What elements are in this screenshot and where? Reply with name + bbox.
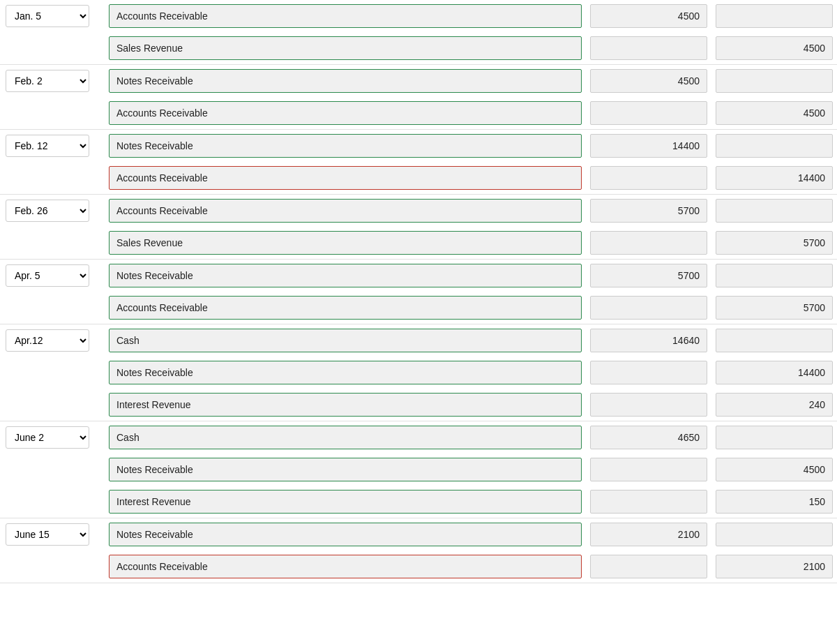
- account-input[interactable]: [109, 426, 582, 449]
- date-select[interactable]: Jan. 5Feb. 2Feb. 12Feb. 26Apr. 5Apr.12Ju…: [6, 426, 89, 449]
- debit-input[interactable]: [590, 296, 707, 320]
- debit-input[interactable]: [590, 36, 707, 60]
- debit-input[interactable]: [590, 166, 707, 190]
- account-cell: [105, 390, 586, 419]
- date-cell: Jan. 5Feb. 2Feb. 12Feb. 26Apr. 5Apr.12Ju…: [0, 519, 105, 550]
- credit-input[interactable]: [716, 393, 833, 417]
- date-select[interactable]: Jan. 5Feb. 2Feb. 12Feb. 26Apr. 5Apr.12Ju…: [6, 70, 89, 92]
- credit-input[interactable]: [716, 458, 833, 481]
- credit-input[interactable]: [716, 231, 833, 255]
- debit-input[interactable]: [590, 101, 707, 125]
- account-cell: [105, 196, 586, 225]
- date-select[interactable]: Jan. 5Feb. 2Feb. 12Feb. 26Apr. 5Apr.12Ju…: [6, 264, 89, 287]
- debit-input[interactable]: [590, 490, 707, 514]
- credit-input[interactable]: [716, 199, 833, 223]
- debit-input[interactable]: [590, 555, 707, 578]
- debit-cell: [586, 423, 711, 452]
- account-input[interactable]: [109, 36, 582, 60]
- credit-input[interactable]: [716, 4, 833, 28]
- debit-input[interactable]: [590, 458, 707, 481]
- credit-input[interactable]: [716, 36, 833, 60]
- debit-cell: [586, 196, 711, 225]
- credit-cell: [711, 326, 837, 355]
- account-input[interactable]: [109, 199, 582, 223]
- account-input[interactable]: [109, 555, 582, 578]
- account-input[interactable]: [109, 166, 582, 190]
- debit-input[interactable]: [590, 523, 707, 546]
- date-select[interactable]: Jan. 5Feb. 2Feb. 12Feb. 26Apr. 5Apr.12Ju…: [6, 329, 89, 352]
- journal-line-row: Jan. 5Feb. 2Feb. 12Feb. 26Apr. 5Apr.12Ju…: [0, 518, 837, 551]
- account-cell: [105, 423, 586, 452]
- journal-line-row: [0, 486, 837, 518]
- credit-cell: [711, 66, 837, 96]
- date-cell: Jan. 5Feb. 2Feb. 12Feb. 26Apr. 5Apr.12Ju…: [0, 66, 105, 96]
- debit-input[interactable]: [590, 69, 707, 93]
- account-cell: [105, 487, 586, 516]
- debit-input[interactable]: [590, 264, 707, 287]
- debit-input[interactable]: [590, 393, 707, 417]
- account-input[interactable]: [109, 329, 582, 352]
- date-select[interactable]: Jan. 5Feb. 2Feb. 12Feb. 26Apr. 5Apr.12Ju…: [6, 5, 89, 27]
- credit-input[interactable]: [716, 69, 833, 93]
- entry-group: Jan. 5Feb. 2Feb. 12Feb. 26Apr. 5Apr.12Ju…: [0, 518, 837, 583]
- date-select[interactable]: Jan. 5Feb. 2Feb. 12Feb. 26Apr. 5Apr.12Ju…: [6, 200, 89, 222]
- credit-input[interactable]: [716, 523, 833, 546]
- credit-input[interactable]: [716, 555, 833, 578]
- credit-cell: [711, 196, 837, 225]
- account-input[interactable]: [109, 134, 582, 158]
- credit-cell: [711, 163, 837, 193]
- debit-input[interactable]: [590, 231, 707, 255]
- date-select[interactable]: Jan. 5Feb. 2Feb. 12Feb. 26Apr. 5Apr.12Ju…: [6, 135, 89, 157]
- account-cell: [105, 326, 586, 355]
- account-input[interactable]: [109, 264, 582, 287]
- date-select[interactable]: Jan. 5Feb. 2Feb. 12Feb. 26Apr. 5Apr.12Ju…: [6, 523, 89, 546]
- debit-input[interactable]: [590, 361, 707, 384]
- date-cell: [0, 465, 105, 474]
- account-input[interactable]: [109, 393, 582, 417]
- debit-cell: [586, 326, 711, 355]
- journal-line-row: Jan. 5Feb. 2Feb. 12Feb. 26Apr. 5Apr.12Ju…: [0, 260, 837, 292]
- entry-group: Jan. 5Feb. 2Feb. 12Feb. 26Apr. 5Apr.12Ju…: [0, 421, 837, 518]
- account-input[interactable]: [109, 490, 582, 514]
- account-cell: [105, 1, 586, 31]
- account-cell: [105, 228, 586, 257]
- date-cell: Jan. 5Feb. 2Feb. 12Feb. 26Apr. 5Apr.12Ju…: [0, 195, 105, 226]
- date-cell: [0, 497, 105, 506]
- entry-group: Jan. 5Feb. 2Feb. 12Feb. 26Apr. 5Apr.12Ju…: [0, 0, 837, 65]
- debit-cell: [586, 552, 711, 581]
- credit-input[interactable]: [716, 134, 833, 158]
- account-input[interactable]: [109, 361, 582, 384]
- credit-input[interactable]: [716, 166, 833, 190]
- debit-cell: [586, 131, 711, 160]
- journal-line-row: Jan. 5Feb. 2Feb. 12Feb. 26Apr. 5Apr.12Ju…: [0, 0, 837, 32]
- credit-input[interactable]: [716, 361, 833, 384]
- credit-input[interactable]: [716, 264, 833, 287]
- credit-input[interactable]: [716, 426, 833, 449]
- account-input[interactable]: [109, 69, 582, 93]
- debit-cell: [586, 163, 711, 193]
- debit-cell: [586, 520, 711, 549]
- credit-input[interactable]: [716, 490, 833, 514]
- journal-line-row: [0, 162, 837, 194]
- debit-input[interactable]: [590, 426, 707, 449]
- account-input[interactable]: [109, 101, 582, 125]
- account-input[interactable]: [109, 296, 582, 320]
- credit-input[interactable]: [716, 101, 833, 125]
- account-input[interactable]: [109, 4, 582, 28]
- account-cell: [105, 66, 586, 96]
- debit-cell: [586, 455, 711, 484]
- account-cell: [105, 520, 586, 549]
- journal-line-row: Jan. 5Feb. 2Feb. 12Feb. 26Apr. 5Apr.12Ju…: [0, 324, 837, 357]
- journal-line-row: [0, 97, 837, 129]
- debit-input[interactable]: [590, 134, 707, 158]
- debit-input[interactable]: [590, 199, 707, 223]
- debit-input[interactable]: [590, 329, 707, 352]
- debit-cell: [586, 1, 711, 31]
- account-input[interactable]: [109, 458, 582, 481]
- debit-input[interactable]: [590, 4, 707, 28]
- account-input[interactable]: [109, 231, 582, 255]
- account-input[interactable]: [109, 523, 582, 546]
- credit-input[interactable]: [716, 296, 833, 320]
- credit-input[interactable]: [716, 329, 833, 352]
- credit-cell: [711, 293, 837, 322]
